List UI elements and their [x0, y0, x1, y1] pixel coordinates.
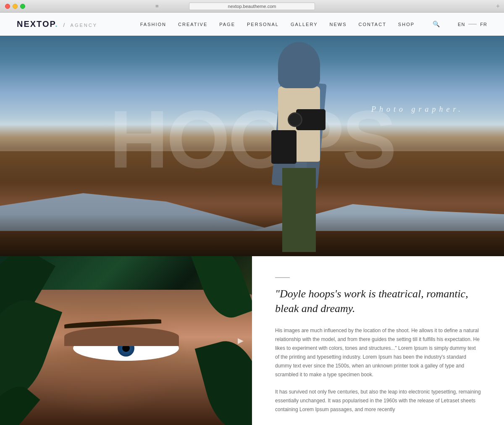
menu-icon[interactable]: ≡ [155, 3, 159, 10]
content-paragraph-1: His images are much influenced by the lo… [275, 326, 481, 379]
traffic-lights [5, 4, 25, 9]
person-hood [278, 42, 320, 88]
minimize-button[interactable] [13, 4, 18, 9]
nav-item-page[interactable]: PAGE [219, 22, 235, 27]
bottom-left-image: ▶ [0, 256, 252, 425]
content-divider [275, 277, 290, 278]
site-header: NEXTOP. / AGENCY FASHION CREATIVE PAGE P… [0, 13, 504, 36]
logo-dot: . [55, 19, 58, 29]
person-camera [296, 109, 326, 130]
bottom-right-content: "Doyle hoops's work is theatrical, roman… [252, 256, 504, 425]
close-button[interactable] [5, 4, 10, 9]
maximize-button[interactable] [20, 4, 25, 9]
nav-item-fashion[interactable]: FASHION [140, 22, 166, 27]
logo-brand: NEXTOP [17, 19, 55, 29]
person-body [253, 46, 345, 256]
url-text: nextop.beautheme.com [228, 4, 276, 9]
address-bar[interactable]: nextop.beautheme.com [189, 3, 315, 10]
person-bag [271, 130, 297, 164]
lang-en[interactable]: EN [458, 22, 465, 27]
leaf-4 [190, 256, 252, 324]
nav-item-gallery[interactable]: GALLERY [291, 22, 318, 27]
nav-item-creative[interactable]: CREATIVE [178, 22, 207, 27]
leaves-overlay [0, 256, 252, 425]
person-legs [282, 168, 316, 252]
lang-fr[interactable]: FR [480, 22, 487, 27]
panel-next-arrow[interactable]: ▶ [238, 336, 244, 345]
logo-slash: / [63, 22, 66, 28]
website-container: NEXTOP. / AGENCY FASHION CREATIVE PAGE P… [0, 13, 504, 425]
bottom-section: ▶ "Doyle hoops's work is theatrical, rom… [0, 256, 504, 425]
nav-item-shop[interactable]: SHOP [398, 22, 415, 27]
main-nav: FASHION CREATIVE PAGE PERSONAL GALLERY N… [140, 21, 487, 28]
lang-separator [468, 24, 477, 24]
hero-figure [232, 38, 366, 256]
content-quote: "Doyle hoops's work is theatrical, roman… [275, 286, 481, 316]
nav-item-personal[interactable]: PERSONAL [247, 22, 279, 27]
leaf-5 [195, 335, 252, 425]
browser-chrome: ≡ nextop.beautheme.com + [0, 0, 504, 13]
nav-item-news[interactable]: NEWS [330, 22, 347, 27]
logo[interactable]: NEXTOP. / AGENCY [17, 19, 97, 29]
camera-lens [288, 113, 302, 127]
hero-subtitle: Photo grapher. [371, 105, 464, 114]
hero-section: HOOPS Photo grapher. [0, 13, 504, 256]
search-icon[interactable]: 🔍 [433, 21, 440, 28]
logo-agency: AGENCY [71, 23, 97, 28]
new-tab-button[interactable]: + [496, 3, 500, 10]
content-paragraph-2: It has survived not only five centuries,… [275, 388, 481, 414]
nav-item-contact[interactable]: CONTACT [359, 22, 386, 27]
language-switcher: EN FR [458, 22, 487, 27]
